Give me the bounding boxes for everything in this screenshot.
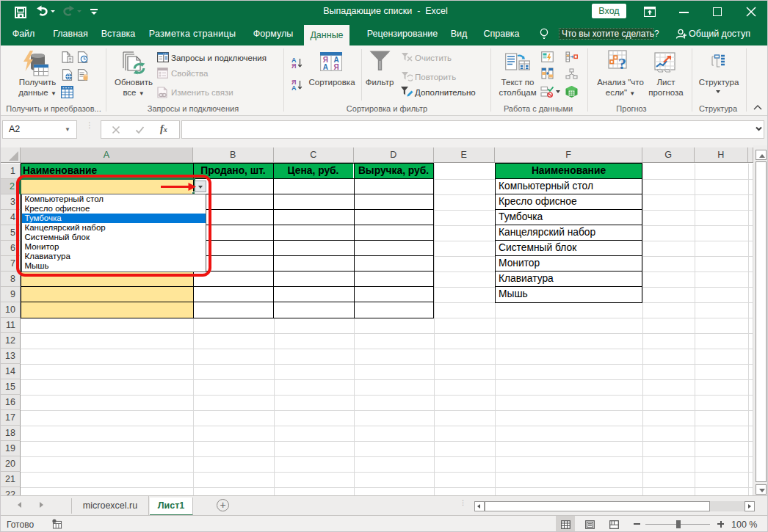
svg-text:А: А <box>291 84 297 91</box>
svg-text:?: ? <box>618 54 626 73</box>
svg-text:Я: Я <box>291 62 296 69</box>
svg-text:Я: Я <box>333 63 338 71</box>
svg-text:А: А <box>323 63 328 71</box>
